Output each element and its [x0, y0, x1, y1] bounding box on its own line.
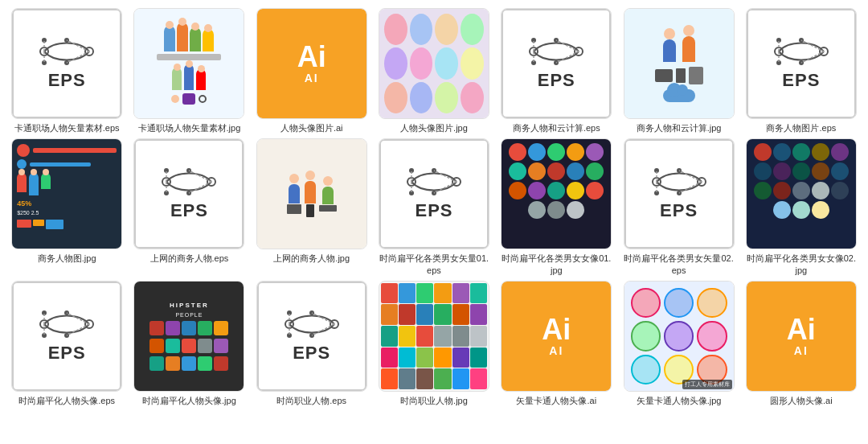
file-thumb	[379, 8, 489, 119]
list-item[interactable]: EPS 时尚扁平化各类男女矢量02.eps	[620, 138, 737, 276]
file-label: 时尚扁平化各类男女矢量01.eps	[379, 253, 489, 276]
list-item[interactable]: 卡通职场人物矢量素材.jpg	[130, 8, 248, 134]
list-item[interactable]: Ai AI 矢量卡通人物头像.ai	[497, 281, 615, 406]
file-thumb	[501, 138, 612, 249]
ai-format-label-2: AI	[549, 344, 563, 357]
list-item[interactable]: 时尚职业人物.jpg	[375, 281, 493, 406]
file-thumb: 45% $250 2.5	[11, 138, 122, 249]
file-thumb: Ai AI	[501, 281, 612, 392]
file-label: 商务人物和云计算.jpg	[637, 122, 722, 134]
list-item[interactable]: 人物头像图片.jpg	[375, 8, 493, 134]
file-thumb	[624, 8, 735, 119]
file-label: 卡通职场人物矢量素材.jpg	[138, 122, 241, 134]
file-thumb: EPS	[379, 138, 489, 249]
file-thumb	[379, 281, 489, 392]
file-thumb	[746, 138, 857, 249]
file-label: 商务人物图片.eps	[766, 122, 836, 134]
list-item[interactable]: 时尚扁平化各类男女女像01.jpg	[497, 138, 615, 276]
list-item[interactable]: EPS 商务人物图片.eps	[743, 8, 860, 134]
list-item[interactable]: Ai AI 圆形人物头像.ai	[743, 281, 860, 406]
list-item[interactable]: EPS 上网的商务人物.eps	[130, 138, 248, 276]
ai-icon-text-2: Ai	[542, 315, 571, 344]
list-item[interactable]: EPS 时尚扁平化各类男女矢量01.eps	[375, 138, 493, 276]
file-grid: EPS 卡通职场人物矢量素材.eps	[0, 0, 868, 414]
ai-icon-text-3: Ai	[787, 315, 816, 344]
file-label: 上网的商务人物.eps	[150, 253, 229, 264]
file-thumb: EPS	[501, 8, 612, 119]
ai-icon-text: Ai	[297, 43, 326, 72]
list-item[interactable]: 商务人物和云计算.jpg	[620, 8, 737, 134]
file-thumb: EPS	[256, 281, 367, 392]
file-thumb: EPS	[746, 8, 857, 119]
list-item[interactable]: EPS 卡通职场人物矢量素材.eps	[8, 8, 125, 134]
file-label: 商务人物和云计算.eps	[513, 122, 600, 134]
file-label: 商务人物图.jpg	[38, 253, 96, 264]
file-label: 上网的商务人物.jpg	[273, 253, 350, 264]
file-thumb: EPS	[624, 138, 735, 249]
file-thumb: Ai AI	[746, 281, 857, 392]
file-thumb: EPS	[11, 8, 122, 119]
file-thumb: EPS	[11, 281, 122, 392]
file-label: 时尚扁平化各类男女女像02.jpg	[746, 253, 857, 276]
file-thumb	[256, 138, 367, 249]
list-item[interactable]: Ai AI 人物头像图片.ai	[253, 8, 371, 134]
file-label: 时尚扁平化各类男女女像01.jpg	[501, 253, 612, 276]
list-item[interactable]: 打工人专用素材库 矢量卡通人物头像.jpg	[620, 281, 737, 406]
file-thumb: 打工人专用素材库	[624, 281, 735, 392]
file-thumb	[133, 8, 244, 119]
file-thumb: EPS	[133, 138, 244, 249]
file-thumb: Ai AI	[256, 8, 367, 119]
file-label: 时尚扁平化各类男女矢量02.eps	[624, 253, 735, 276]
list-item[interactable]: HIPSTER PEOPLE	[130, 281, 248, 406]
watermark: 打工人专用素材库	[682, 380, 732, 389]
file-label: 时尚职业人物.jpg	[400, 395, 468, 406]
ai-format-label-3: AI	[794, 344, 809, 357]
file-label: 卡通职场人物矢量素材.eps	[14, 122, 120, 134]
file-label: 矢量卡通人物头像.jpg	[637, 395, 722, 406]
list-item[interactable]: 45% $250 2.5 商务人物图.jpg	[8, 138, 125, 276]
ai-format-label: AI	[305, 72, 319, 84]
list-item[interactable]: 时尚扁平化各类男女女像02.jpg	[743, 138, 860, 276]
list-item[interactable]: EPS 商务人物和云计算.eps	[497, 8, 615, 134]
file-label: 人物头像图片.jpg	[400, 122, 468, 134]
list-item[interactable]: EPS 时尚扁平化人物头像.eps	[8, 281, 125, 406]
file-label: 矢量卡通人物头像.ai	[516, 395, 596, 406]
file-label: 时尚扁平化人物头像.jpg	[142, 395, 236, 406]
file-label: 人物头像图片.ai	[280, 122, 343, 134]
list-item[interactable]: EPS 时尚职业人物.eps	[253, 281, 371, 406]
file-label: 时尚职业人物.eps	[276, 395, 346, 406]
file-label: 圆形人物头像.ai	[770, 395, 833, 406]
file-label: 时尚扁平化人物头像.eps	[18, 395, 115, 406]
list-item[interactable]: 上网的商务人物.jpg	[253, 138, 371, 276]
file-thumb: HIPSTER PEOPLE	[133, 281, 244, 392]
